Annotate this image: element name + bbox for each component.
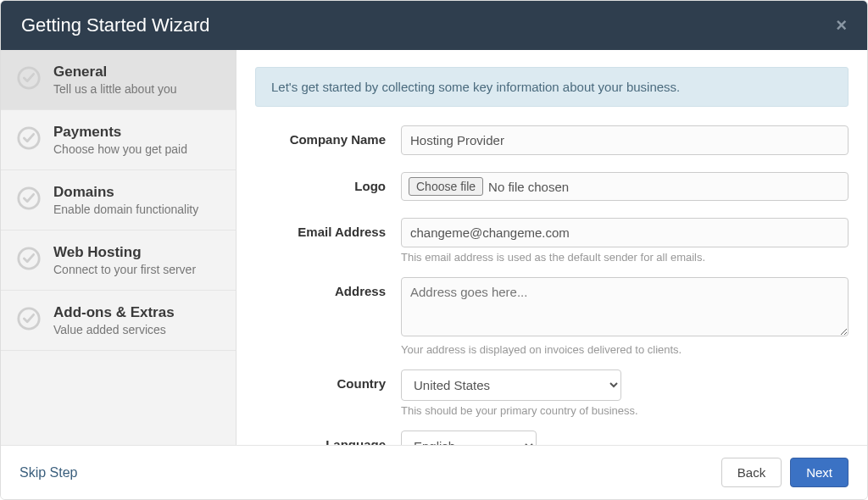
back-button[interactable]: Back [721, 458, 782, 487]
language-select[interactable]: English [401, 431, 537, 445]
check-circle-icon [16, 186, 42, 211]
modal-body: General Tell us a little about you Payme… [1, 50, 867, 445]
close-icon[interactable]: × [836, 14, 847, 36]
sidebar-item-text: Payments Choose how you get paid [53, 124, 220, 156]
row-country: Country United States This should be you… [255, 369, 849, 425]
sidebar-item-addons[interactable]: Add-ons & Extras Value added services [1, 291, 236, 351]
label-logo: Logo [255, 172, 401, 193]
footer-buttons: Back Next [721, 458, 849, 487]
wizard-sidebar: General Tell us a little about you Payme… [1, 50, 236, 445]
address-textarea[interactable] [401, 277, 849, 336]
intro-banner: Let's get started by collecting some key… [255, 67, 849, 107]
sidebar-item-text: General Tell us a little about you [53, 64, 220, 96]
sidebar-item-domains[interactable]: Domains Enable domain functionality [1, 170, 236, 231]
label-address: Address [255, 277, 401, 298]
label-country: Country [255, 369, 401, 391]
label-company-name: Company Name [255, 125, 401, 147]
sidebar-item-text: Add-ons & Extras Value added services [53, 304, 220, 336]
check-circle-icon [16, 125, 42, 151]
modal-footer: Skip Step Back Next [1, 445, 867, 499]
logo-file-wrap: Choose file No file chosen [401, 172, 849, 201]
sidebar-item-title: Payments [53, 124, 220, 141]
modal-header: Getting Started Wizard × [1, 1, 867, 50]
sidebar-item-subtitle: Choose how you get paid [53, 142, 220, 156]
modal-title: Getting Started Wizard [21, 14, 210, 36]
row-address: Address Your address is displayed on inv… [255, 277, 849, 364]
help-address: Your address is displayed on invoices de… [401, 343, 849, 356]
sidebar-item-title: Add-ons & Extras [53, 304, 220, 321]
sidebar-item-payments[interactable]: Payments Choose how you get paid [1, 110, 236, 170]
label-email: Email Address [255, 218, 401, 239]
email-input[interactable] [401, 218, 849, 247]
company-name-input[interactable] [401, 125, 849, 155]
next-button[interactable]: Next [790, 458, 849, 487]
check-circle-icon [16, 65, 42, 91]
help-email: This email address is used as the defaul… [401, 251, 849, 264]
sidebar-item-title: General [53, 64, 220, 81]
wizard-main: Let's get started by collecting some key… [236, 50, 867, 445]
sidebar-item-webhosting[interactable]: Web Hosting Connect to your first server [1, 231, 236, 291]
file-status: No file chosen [488, 180, 569, 194]
row-company-name: Company Name [255, 125, 849, 167]
row-language: Language English Determines the language… [255, 431, 849, 445]
wizard-modal: Getting Started Wizard × General Tell us… [0, 0, 868, 500]
row-logo: Logo Choose file No file chosen [255, 172, 849, 213]
sidebar-item-general[interactable]: General Tell us a little about you [1, 50, 236, 110]
sidebar-item-title: Web Hosting [53, 244, 220, 261]
choose-file-button[interactable]: Choose file [409, 177, 483, 196]
row-email: Email Address This email address is used… [255, 218, 849, 272]
sidebar-item-subtitle: Tell us a little about you [53, 82, 220, 96]
check-circle-icon [16, 246, 42, 271]
sidebar-item-title: Domains [53, 184, 220, 201]
label-language: Language [255, 431, 401, 445]
check-circle-icon [16, 306, 42, 331]
sidebar-item-subtitle: Enable domain functionality [53, 203, 220, 216]
help-country: This should be your primary country of b… [401, 404, 849, 417]
sidebar-item-text: Domains Enable domain functionality [53, 184, 220, 216]
sidebar-item-text: Web Hosting Connect to your first server [53, 244, 220, 276]
sidebar-item-subtitle: Value added services [53, 323, 220, 336]
sidebar-item-subtitle: Connect to your first server [53, 263, 220, 276]
skip-step-link[interactable]: Skip Step [19, 465, 77, 481]
country-select[interactable]: United States [401, 369, 621, 401]
